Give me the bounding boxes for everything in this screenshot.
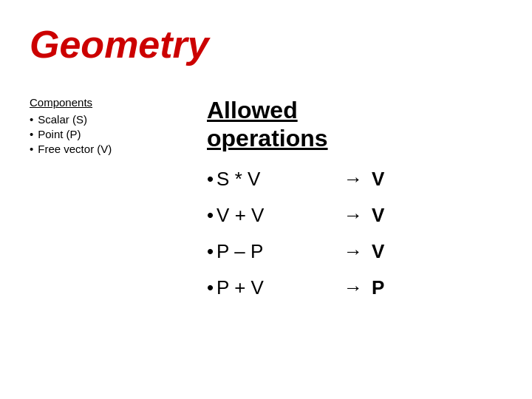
components-list: • Scalar (S) • Point (P) • Free vector (… [30,113,163,155]
operation-expression-3: P – P [216,240,335,263]
operation-row-3: • P – P → V [207,240,502,263]
bullet-icon: • [207,168,214,191]
bullet-icon: • [207,204,214,227]
bullet-icon: • [207,276,214,299]
arrow-icon-3: → [344,240,363,263]
operation-expression-1: S * V [216,168,335,191]
operation-expression-2: V + V [216,204,335,227]
page: Geometry Components • Scalar (S) • Point… [0,0,532,399]
component-vector: Free vector (V) [38,143,112,155]
operations-section: Allowed operations • S * V → V • V + V →… [207,96,502,313]
bullet-icon: • [207,240,214,263]
operation-result-1: V [372,168,384,191]
bullet-icon: • [30,113,33,126]
list-item: • Point (P) [30,128,163,140]
component-point: Point (P) [38,128,81,140]
list-item: • Scalar (S) [30,113,163,126]
list-item: • Free vector (V) [30,143,163,155]
operation-row-2: • V + V → V [207,204,502,227]
operation-result-4: P [372,276,384,299]
bullet-icon: • [30,143,33,155]
operation-result-3: V [372,240,384,263]
operation-row-4: • P + V → P [207,276,502,299]
component-scalar: Scalar (S) [38,113,87,126]
operation-expression-4: P + V [216,276,335,299]
operation-result-2: V [372,204,384,227]
components-section: Components • Scalar (S) • Point (P) • Fr… [30,96,163,313]
arrow-icon-2: → [344,204,363,227]
arrow-icon-4: → [344,276,363,299]
operation-row-1: • S * V → V [207,168,502,191]
page-title: Geometry [30,22,502,66]
allowed-operations-title: Allowed operations [207,96,502,153]
components-label: Components [30,96,163,109]
content-area: Components • Scalar (S) • Point (P) • Fr… [30,96,502,313]
bullet-icon: • [30,128,33,140]
arrow-icon-1: → [344,168,363,191]
